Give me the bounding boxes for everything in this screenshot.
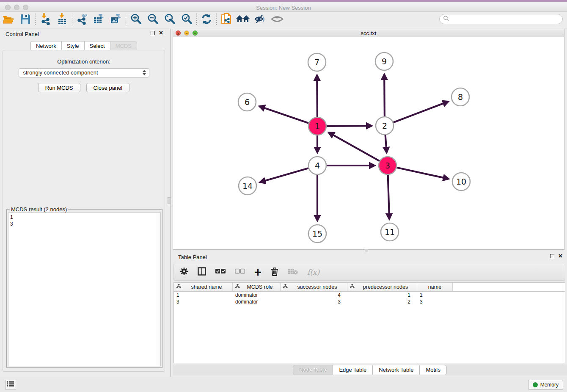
show-column-button[interactable] bbox=[198, 267, 206, 277]
table-tab-edge-table[interactable]: Edge Table bbox=[333, 365, 372, 375]
optimization-criterion-select[interactable]: strongly connected component bbox=[19, 68, 149, 77]
add-column-button[interactable]: + bbox=[254, 268, 261, 276]
export-network-button[interactable] bbox=[74, 13, 91, 27]
toolbar-separator bbox=[72, 14, 72, 26]
memory-button[interactable]: Memory bbox=[528, 380, 563, 390]
mcds-tab-content: Optimization criterion: strongly connect… bbox=[3, 50, 165, 372]
export-image-icon bbox=[110, 13, 122, 27]
zoom-in-button[interactable] bbox=[127, 13, 144, 27]
save-session-button[interactable] bbox=[17, 13, 34, 27]
column-hierarchy-icon bbox=[283, 284, 288, 290]
float-panel-icon[interactable] bbox=[151, 31, 155, 35]
column-header-MCDS-role[interactable]: MCDS role bbox=[233, 283, 281, 291]
network-canvas[interactable]: 7968124314101511 bbox=[173, 37, 564, 249]
network-maximize-icon[interactable]: + bbox=[193, 30, 198, 36]
zoom-out-button[interactable] bbox=[144, 13, 161, 27]
search-input[interactable] bbox=[449, 16, 562, 22]
graph-edge-3-10[interactable] bbox=[396, 168, 448, 179]
open-session-button[interactable] bbox=[0, 13, 17, 27]
home-button[interactable] bbox=[235, 13, 252, 27]
graph-edge-1-2[interactable] bbox=[327, 126, 372, 126]
graph-edge-3-11[interactable] bbox=[388, 175, 389, 219]
column-hierarchy-icon bbox=[235, 284, 240, 290]
column-header-shared-name[interactable]: shared name bbox=[174, 283, 233, 291]
horizontal-splitter-handle[interactable] bbox=[365, 249, 368, 251]
table-cell[interactable]: dominator bbox=[233, 298, 281, 305]
table-tab-motifs[interactable]: Motifs bbox=[419, 365, 447, 375]
control-panel: Control Panel ✕ NetworkStyleSelectMCDS O… bbox=[0, 29, 168, 377]
select-all-button[interactable] bbox=[215, 268, 226, 276]
column-header-label: successor nodes bbox=[290, 284, 344, 290]
network-minimize-icon[interactable]: − bbox=[184, 30, 189, 36]
column-header-name[interactable]: name bbox=[417, 283, 453, 291]
column-header-label: MCDS role bbox=[242, 284, 278, 290]
table-body: 1dominator4113dominator323 bbox=[174, 292, 565, 305]
show-panels-button[interactable] bbox=[269, 13, 286, 27]
control-panel-title: Control Panel bbox=[6, 31, 39, 37]
table-settings-button[interactable] bbox=[180, 267, 188, 277]
table-cell[interactable]: 2 bbox=[347, 298, 417, 305]
graph-node-label: 3 bbox=[385, 161, 390, 170]
run-mcds-button[interactable]: Run MCDS bbox=[38, 83, 80, 92]
vertical-splitter-handle[interactable] bbox=[168, 197, 171, 204]
table-tab-node-table[interactable]: Node Table bbox=[293, 365, 333, 375]
close-panel-button[interactable]: Close panel bbox=[86, 83, 130, 92]
window-titlebar: Session: New Session bbox=[0, 0, 567, 12]
table-cell[interactable]: dominator bbox=[233, 292, 281, 298]
float-table-panel-icon[interactable] bbox=[550, 254, 554, 258]
node-table: shared nameMCDS rolesuccessor nodesprede… bbox=[173, 282, 565, 363]
table-cell[interactable]: 4 bbox=[281, 292, 347, 298]
dropdown-stepper-icon bbox=[143, 70, 146, 77]
table-cell[interactable]: 1 bbox=[347, 292, 417, 298]
close-panel-icon[interactable]: ✕ bbox=[159, 31, 163, 35]
mcds-result-text[interactable]: 1 3 bbox=[8, 213, 161, 366]
import-network-button[interactable] bbox=[37, 13, 54, 27]
table-cell[interactable]: 3 bbox=[281, 298, 347, 305]
column-header-label: shared name bbox=[183, 284, 230, 290]
result-scrollbar[interactable] bbox=[156, 213, 160, 366]
deselect-all-button[interactable] bbox=[235, 268, 245, 276]
graph-edge-2-8[interactable] bbox=[394, 102, 448, 122]
toolbar-separator bbox=[196, 14, 197, 26]
graph-edge-4-14[interactable] bbox=[260, 168, 308, 182]
table-cell[interactable]: 3 bbox=[417, 298, 453, 305]
table-tab-network-table[interactable]: Network Table bbox=[372, 365, 419, 375]
eye-icon bbox=[270, 14, 284, 26]
column-header-predecessor-nodes[interactable]: predecessor nodes bbox=[347, 283, 417, 291]
export-image-button[interactable] bbox=[107, 13, 124, 27]
refresh-button[interactable] bbox=[198, 13, 215, 27]
table-cell[interactable]: 1 bbox=[417, 292, 453, 298]
network-window-titlebar: x − + scc.txt bbox=[173, 29, 564, 37]
delete-column-button[interactable] bbox=[271, 267, 278, 278]
import-table-button[interactable] bbox=[54, 13, 71, 27]
column-header-successor-nodes[interactable]: successor nodes bbox=[281, 283, 347, 291]
hide-panels-button[interactable] bbox=[252, 13, 269, 27]
table-panel-title: Table Panel bbox=[178, 254, 207, 260]
network-close-icon[interactable]: x bbox=[176, 30, 181, 36]
search-box[interactable] bbox=[439, 14, 563, 24]
table-tabs-strip: Node TableEdge TableNetwork TableMotifs bbox=[173, 364, 567, 375]
table-toolbar: + f(x) bbox=[173, 264, 565, 281]
memory-label: Memory bbox=[540, 382, 559, 388]
graph-edge-1-7[interactable] bbox=[317, 75, 317, 117]
zoom-selected-button[interactable] bbox=[178, 13, 195, 27]
export-network-icon bbox=[76, 13, 88, 27]
delete-table-button[interactable] bbox=[288, 268, 298, 276]
table-cell[interactable]: 1 bbox=[174, 292, 233, 298]
graph-node-label: 10 bbox=[456, 177, 466, 186]
graph-edge-2-3[interactable] bbox=[385, 135, 387, 152]
graph-edge-3-1[interactable] bbox=[329, 133, 380, 161]
zoom-selected-icon bbox=[181, 13, 193, 27]
task-history-button[interactable] bbox=[5, 380, 16, 389]
graph-edge-1-6[interactable] bbox=[259, 106, 308, 123]
graph-node-label: 2 bbox=[382, 121, 387, 130]
zoom-fit-button[interactable] bbox=[161, 13, 178, 27]
table-row[interactable]: 3dominator323 bbox=[174, 298, 565, 305]
export-table-button[interactable] bbox=[91, 13, 107, 27]
graph-edge-2-9[interactable] bbox=[384, 75, 385, 116]
function-builder-button[interactable]: f(x) bbox=[307, 268, 319, 276]
clone-network-button[interactable] bbox=[218, 13, 235, 27]
table-row[interactable]: 1dominator411 bbox=[174, 292, 565, 298]
close-table-panel-icon[interactable]: ✕ bbox=[558, 254, 563, 258]
table-cell[interactable]: 3 bbox=[174, 298, 233, 305]
